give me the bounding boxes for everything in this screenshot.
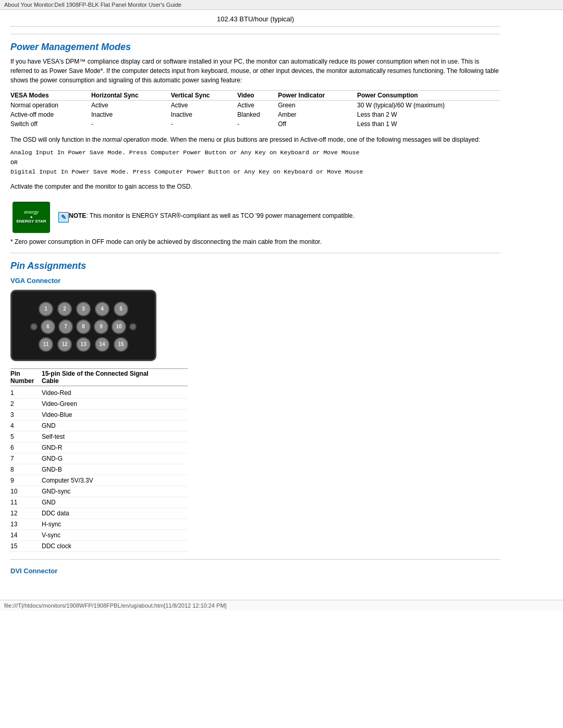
pin-signal: Self-test: [42, 433, 65, 440]
pin-number: 4: [10, 422, 42, 429]
pin-signal: Video-Red: [42, 389, 71, 397]
table-cell: Less than 1 W: [357, 119, 500, 129]
power-intro: If you have VESA's DPM™ compliance displ…: [10, 57, 500, 85]
list-item: 9Computer 5V/3.3V: [10, 475, 188, 486]
pin-number: 2: [10, 400, 42, 408]
list-item: 11GND: [10, 497, 188, 508]
pin-section-title: Pin Assignments: [10, 261, 500, 272]
pin-signal: GND-sync: [42, 488, 70, 495]
list-item: 5Self-test: [10, 431, 188, 442]
table-cell: -: [91, 119, 171, 129]
osd-note: The OSD will only function in the normal…: [10, 135, 500, 145]
pin-signal: Computer 5V/3.3V: [42, 477, 93, 484]
pin-number: 14: [10, 532, 42, 539]
list-item: 2Video-Green: [10, 399, 188, 410]
list-item: 12DDC data: [10, 508, 188, 519]
pin-number: 8: [10, 466, 42, 473]
footnote: * Zero power consumption in OFF mode can…: [10, 238, 500, 245]
pin-table-header: PinNumber 15-pin Side of the Connected S…: [10, 368, 188, 386]
pin-11: 11: [39, 337, 53, 352]
table-cell: Inactive: [171, 110, 238, 119]
table-cell: Switch off: [10, 119, 91, 129]
pin-number: 11: [10, 499, 42, 506]
pin-1: 1: [39, 302, 53, 316]
mono-line-1: Analog Input In Power Save Mode. Press C…: [10, 148, 500, 157]
footer-url: file:///T|/htdocs/monitors/1908WFP/1908F…: [4, 602, 227, 609]
pin-13: 13: [76, 337, 91, 352]
browser-title-bar: About Your Monitor:Dell 1908FP-BLK Flat …: [0, 0, 563, 10]
pin-signal: GND-R: [42, 444, 62, 451]
pin-3: 3: [76, 302, 91, 316]
activate-text: Activate the computer and the monitor to…: [10, 182, 500, 192]
col-video: Video: [237, 91, 278, 101]
pin-signal: Video-Green: [42, 400, 77, 408]
list-item: 1Video-Red: [10, 388, 188, 399]
table-cell: Amber: [278, 110, 357, 119]
pin-header-num: PinNumber: [10, 370, 42, 385]
list-item: 13H-sync: [10, 519, 188, 530]
pin-12: 12: [57, 337, 72, 352]
pin-2: 2: [57, 302, 72, 316]
table-row: Normal operationActiveActiveActiveGreen3…: [10, 101, 500, 110]
table-cell: Active: [91, 101, 171, 110]
note-row: energy ★ ENERGY STAR ✎ NOTE: This monito…: [10, 202, 500, 233]
table-cell: Blanked: [237, 110, 278, 119]
table-cell: -: [237, 119, 278, 129]
vga-left-dot: [30, 323, 38, 330]
page-title: About Your Monitor:Dell 1908FP-BLK Flat …: [4, 2, 181, 8]
note-text: NOTE: This monitor is ENERGY STAR®-compl…: [69, 212, 500, 219]
mono-line-or: OR: [10, 158, 500, 167]
table-cell: Active: [237, 101, 278, 110]
pin-15: 15: [114, 337, 128, 352]
table-cell: Off: [278, 119, 357, 129]
power-table: VESA Modes Horizontal Sync Vertical Sync…: [10, 90, 500, 129]
pin-signal: DDC clock: [42, 542, 71, 550]
vga-row-1: 1 2 3 4 5: [39, 302, 128, 316]
pin-header-cable: 15-pin Side of the Connected SignalCable: [42, 370, 149, 385]
pin-rows: 1Video-Red2Video-Green3Video-Blue4GND5Se…: [10, 388, 188, 552]
pin-signal: GND-B: [42, 466, 62, 473]
list-item: 15DDC clock: [10, 541, 188, 552]
list-item: 8GND-B: [10, 464, 188, 475]
pin-4: 4: [95, 302, 109, 316]
pin-6: 6: [41, 319, 55, 334]
table-row: Switch off---OffLess than 1 W: [10, 119, 500, 129]
pin-signal: GND: [42, 422, 56, 429]
pin-number: 12: [10, 510, 42, 517]
list-item: 7GND-G: [10, 453, 188, 464]
mono-line-2: Digital Input In Power Save Mode. Press …: [10, 167, 500, 177]
pin-5: 5: [114, 302, 128, 316]
col-vesa: VESA Modes: [10, 91, 91, 101]
pin-number: 1: [10, 389, 42, 397]
pin-number: 3: [10, 411, 42, 418]
top-divider: [10, 34, 500, 34]
list-item: 10GND-sync: [10, 486, 188, 497]
col-hsync: Horizontal Sync: [91, 91, 171, 101]
table-cell: Active-off mode: [10, 110, 91, 119]
pin-signal: GND: [42, 499, 56, 506]
btu-line: 102.43 BTU/hour (typical): [10, 15, 500, 27]
col-power-consumption: Power Consumption: [357, 91, 500, 101]
list-item: 14V-sync: [10, 530, 188, 541]
pin-signal: H-sync: [42, 521, 61, 528]
footer-bar: file:///T|/htdocs/monitors/1908WFP/1908F…: [0, 600, 563, 611]
pin-number: 10: [10, 488, 42, 495]
pin-number: 6: [10, 444, 42, 451]
vga-row-3: 11 12 13 14 15: [39, 337, 128, 352]
pin-7: 7: [58, 319, 73, 334]
note-icon: ✎: [58, 212, 69, 223]
pin-signal: DDC data: [42, 510, 69, 517]
bottom-divider: [10, 559, 500, 560]
pin-number: 5: [10, 433, 42, 440]
col-power-indicator: Power Indicator: [278, 91, 357, 101]
dvi-connector-title: DVI Connector: [10, 567, 500, 575]
list-item: 4GND: [10, 421, 188, 431]
pin-signal: Video-Blue: [42, 411, 72, 418]
pin-number: 15: [10, 542, 42, 550]
vga-connector-title: VGA Connector: [10, 277, 500, 285]
table-cell: Inactive: [91, 110, 171, 119]
table-cell: 30 W (typical)/60 W (maximum): [357, 101, 500, 110]
vga-row-2: 6 7 8 9 10: [30, 319, 137, 334]
mono-lines: Analog Input In Power Save Mode. Press C…: [10, 148, 500, 177]
pin-table: PinNumber 15-pin Side of the Connected S…: [10, 368, 188, 552]
